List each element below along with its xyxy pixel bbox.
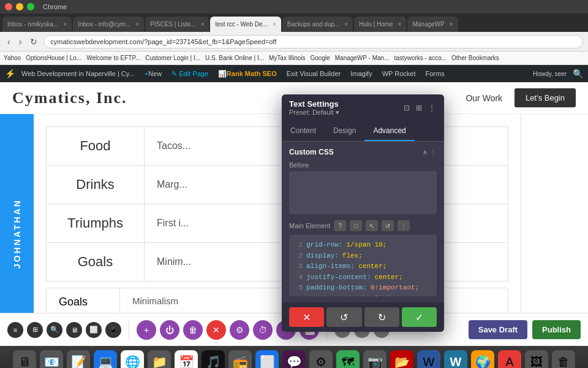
- toolbar-power-btn[interactable]: ⏻: [160, 320, 179, 340]
- panel-tab-advanced[interactable]: Advanced: [364, 121, 414, 141]
- wp-admin-item-wprocket[interactable]: WP Rocket: [379, 65, 420, 82]
- toolbar-mobile-btn[interactable]: 📱: [105, 322, 121, 338]
- dock-folder-icon[interactable]: 📁: [148, 350, 171, 368]
- save-draft-button[interactable]: Save Draft: [469, 320, 527, 339]
- bookmark-yahoo[interactable]: Yahoo: [4, 55, 21, 61]
- dock-browser2-icon[interactable]: 🌍: [471, 350, 494, 368]
- toolbar-delete-btn[interactable]: 🗑: [183, 320, 203, 340]
- wp-admin-item-exit-vb[interactable]: Exit Visual Builder: [283, 65, 344, 82]
- dock-podcast-icon[interactable]: 📻: [228, 350, 252, 368]
- dock-preview-icon[interactable]: 🖼: [525, 350, 548, 368]
- bookmark-customer[interactable]: Customer Login | I...: [145, 55, 200, 61]
- wp-admin-item-site[interactable]: Web Development in Naperville | Cy...: [18, 65, 138, 82]
- publish-group: Save Draft Publish: [469, 320, 581, 339]
- bookmarks-bar: Yahoo OptionsHouse | Lo... Welcome to EF…: [0, 52, 588, 65]
- more-options-icon[interactable]: ⋮: [430, 148, 437, 156]
- toolbar-menu-btn[interactable]: ≡: [7, 322, 23, 338]
- panel-undo-button[interactable]: ↺: [326, 307, 361, 327]
- dock-slack-icon[interactable]: 💬: [282, 350, 306, 368]
- browser-tab-inbox2[interactable]: Inbox - info@cym... ×: [73, 17, 144, 32]
- tab-close-icon[interactable]: ×: [344, 21, 348, 28]
- dock-acrobat-icon[interactable]: A: [498, 350, 521, 368]
- panel-minimize-icon[interactable]: ⊡: [402, 102, 411, 113]
- tab-close-icon[interactable]: ×: [398, 21, 402, 28]
- toolbar-grid-btn[interactable]: ⊞: [27, 322, 43, 338]
- dock-trash-icon[interactable]: 🗑: [552, 350, 575, 368]
- tab-close-icon[interactable]: ×: [273, 21, 276, 28]
- tab-close-icon[interactable]: ×: [201, 21, 205, 28]
- browser-tab-active[interactable]: test rcc - Web De... ×: [210, 17, 281, 32]
- browser-tab-hulu[interactable]: Hulu | Home ×: [354, 17, 406, 32]
- dock-maps-icon[interactable]: 🗺: [336, 350, 360, 368]
- dock-mail-icon[interactable]: 📧: [40, 350, 63, 368]
- nav-our-work[interactable]: Our Work: [466, 93, 502, 103]
- bookmark-optionshouse[interactable]: OptionsHouse | Lo...: [26, 55, 81, 61]
- toolbar-close-btn[interactable]: ✕: [206, 320, 226, 340]
- panel-close-icon[interactable]: ⋮: [427, 102, 437, 113]
- main-element-box-btn[interactable]: □: [350, 220, 362, 231]
- wp-admin-item-imagify[interactable]: Imagify: [347, 65, 375, 82]
- main-element-help-btn[interactable]: ?: [334, 220, 346, 231]
- panel-expand-icon[interactable]: ⊞: [415, 102, 423, 113]
- tab-close-icon[interactable]: ×: [63, 21, 67, 28]
- browser-tab-backups[interactable]: Backups and dup... ×: [282, 17, 353, 32]
- dock-filezilla-icon[interactable]: 📂: [390, 350, 413, 368]
- address-input[interactable]: [43, 35, 583, 48]
- main-element-undo-btn[interactable]: ↺: [382, 220, 394, 231]
- close-window-btn[interactable]: [5, 3, 12, 10]
- toolbar-settings-btn[interactable]: ⚙: [230, 320, 249, 340]
- dock-finder-icon[interactable]: 🖥: [13, 350, 36, 368]
- dock-notes-icon[interactable]: 📝: [67, 350, 90, 368]
- wp-admin-item-new[interactable]: + New: [141, 65, 165, 82]
- toolbar-desktop-btn[interactable]: 🖥: [66, 322, 82, 338]
- toolbar-search-btn[interactable]: 🔍: [47, 322, 62, 338]
- browser-tab-pisces[interactable]: PISCES | Liste... ×: [145, 17, 209, 32]
- wp-search-icon[interactable]: 🔍: [573, 69, 583, 79]
- wp-admin-item-rankmath[interactable]: 📊 Rank Math SEO: [214, 65, 281, 82]
- bottom-goals-label: Goals: [47, 288, 120, 316]
- main-element-more-btn[interactable]: ⋮: [398, 220, 410, 231]
- dock-calendar-icon[interactable]: 📅: [175, 350, 198, 368]
- dock-word-icon[interactable]: W: [417, 350, 440, 368]
- wp-admin-item-edit[interactable]: ✎ Edit Page: [168, 65, 212, 82]
- toolbar-add-btn[interactable]: +: [137, 320, 156, 340]
- bookmark-usbank[interactable]: U.S. Bank Online | I...: [205, 55, 264, 61]
- toolbar-timer-btn[interactable]: ⏱: [253, 320, 273, 340]
- bookmark-google[interactable]: Google: [310, 55, 330, 61]
- minimize-window-btn[interactable]: [16, 3, 23, 10]
- bookmark-other[interactable]: Other Bookmarks: [451, 55, 499, 61]
- browser-tab-managewp[interactable]: ManageWP ×: [407, 17, 458, 32]
- maximize-window-btn[interactable]: [27, 3, 34, 10]
- panel-redo-button[interactable]: ↻: [364, 307, 399, 327]
- dock-music-icon[interactable]: 🎵: [202, 350, 225, 368]
- panel-tab-content[interactable]: Content: [282, 121, 325, 141]
- bookmark-managewp[interactable]: ManageWP - Man...: [335, 55, 390, 61]
- wp-admin-item-forms[interactable]: Forms: [422, 65, 448, 82]
- nav-lets-begin[interactable]: Let's Begin: [514, 88, 576, 107]
- dock-photos-icon[interactable]: 📷: [363, 350, 386, 368]
- bookmark-tastyworks[interactable]: tastyworks - acco...: [394, 55, 447, 61]
- dock-chrome-icon[interactable]: 🌐: [121, 350, 144, 368]
- toolbar-tablet-btn[interactable]: ⬜: [86, 322, 102, 338]
- browser-tab-inbox1[interactable]: Inbox - nmikyska... ×: [2, 17, 72, 32]
- bookmark-eftp[interactable]: Welcome to EFTP...: [86, 55, 140, 61]
- tab-close-icon[interactable]: ×: [136, 21, 140, 28]
- bookmark-mytax[interactable]: MyTax Illinois: [269, 55, 305, 61]
- collapse-icon[interactable]: ∧: [423, 148, 428, 156]
- panel-cancel-button[interactable]: ✕: [289, 307, 324, 327]
- panel-confirm-button[interactable]: ✓: [402, 307, 437, 327]
- css-line-3: 3 align-items: center;: [294, 261, 432, 272]
- wp-logo-icon[interactable]: ⚡: [5, 69, 15, 79]
- panel-tab-design[interactable]: Design: [325, 121, 364, 141]
- tab-close-icon[interactable]: ×: [450, 21, 453, 28]
- css-editor[interactable]: 1 grid-row: 1/span 10; 2 display: flex; …: [289, 235, 437, 296]
- main-element-cursor-btn[interactable]: ↖: [366, 220, 378, 231]
- dock-settings-icon[interactable]: ⚙: [309, 350, 333, 368]
- publish-button[interactable]: Publish: [532, 320, 581, 339]
- dock-appstore-icon[interactable]: ⬜: [255, 350, 279, 368]
- reload-button[interactable]: ↻: [28, 36, 40, 48]
- dock-wp-icon[interactable]: W: [444, 350, 467, 368]
- forward-button[interactable]: ›: [17, 36, 24, 48]
- back-button[interactable]: ‹: [5, 36, 13, 48]
- dock-code-icon[interactable]: 💻: [94, 350, 117, 368]
